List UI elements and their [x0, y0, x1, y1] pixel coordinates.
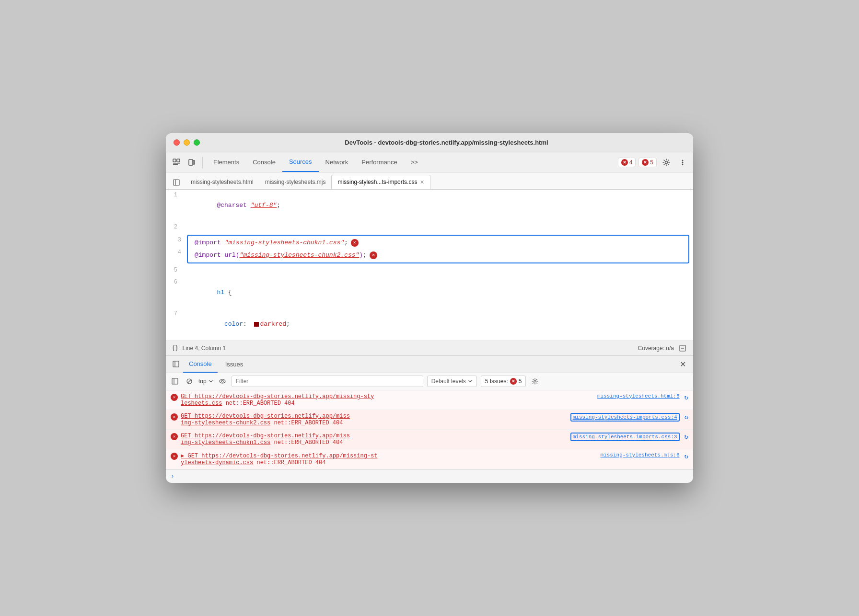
file-tab-html[interactable]: missing-stylesheets.html — [185, 175, 259, 189]
code-line-7: 7 color: darkred; — [166, 308, 693, 340]
svg-point-6 — [665, 161, 668, 163]
console-message-2: ✕ GET https://devtools-dbg-stories.netli… — [166, 410, 693, 430]
svg-point-7 — [682, 160, 684, 161]
code-line-1: 1 @charset "utf-8"; — [166, 190, 693, 221]
status-bar-right: Coverage: n/a — [638, 343, 687, 353]
minimize-button[interactable] — [184, 139, 190, 146]
error-icon-msg1: ✕ — [171, 394, 178, 401]
window-title: DevTools - devtools-dbg-stories.netlify.… — [208, 139, 685, 146]
source-link-msg1[interactable]: missing-stylesheets.html:5 — [597, 393, 680, 399]
console-settings-icon[interactable] — [530, 376, 540, 387]
close-button[interactable] — [174, 139, 180, 146]
levels-dropdown[interactable]: Default levels — [427, 376, 477, 387]
error-circle-line3: ✕ — [351, 239, 359, 247]
eye-icon[interactable] — [217, 376, 228, 387]
error-icon-2: ✕ — [642, 159, 649, 166]
reload-icon-msg1[interactable]: ↻ — [685, 393, 688, 401]
reload-icon-msg3[interactable]: ↻ — [685, 433, 688, 441]
error-icon-1: ✕ — [621, 159, 628, 166]
svg-rect-2 — [173, 164, 178, 165]
console-message-3: ✕ GET https://devtools-dbg-stories.netli… — [166, 430, 693, 449]
maximize-button[interactable] — [194, 139, 200, 146]
svg-point-21 — [221, 380, 223, 382]
tab-network[interactable]: Network — [319, 152, 355, 172]
file-tabs: missing-stylesheets.html missing-stylesh… — [166, 172, 693, 190]
console-message-4: ✕ ▶ GET https://devtools-dbg-stories.net… — [166, 449, 693, 469]
tab-navigation: Elements Console Sources Network Perform… — [207, 152, 616, 172]
source-link-msg2[interactable]: missing-stylesheets-imports.css:4 — [570, 413, 680, 422]
issues-error-icon: ✕ — [510, 378, 517, 385]
svg-point-20 — [220, 379, 225, 383]
cursor-position: Line 4, Column 1 — [182, 345, 226, 352]
svg-point-9 — [682, 163, 684, 165]
tab-more[interactable]: >> — [404, 152, 425, 172]
console-input-line: › — [166, 469, 693, 483]
toolbar-separator — [202, 157, 203, 168]
coverage-icon[interactable] — [678, 343, 687, 353]
console-filter-input[interactable] — [232, 376, 423, 387]
svg-rect-0 — [173, 159, 176, 162]
error-badge-1[interactable]: ✕ 4 — [618, 158, 636, 167]
file-tab-close-icon[interactable]: ✕ — [420, 179, 424, 185]
code-line-2: 2 — [166, 222, 693, 234]
tab-console-panel[interactable]: Console — [183, 356, 218, 373]
svg-rect-4 — [189, 160, 193, 165]
tab-console[interactable]: Console — [246, 152, 282, 172]
titlebar: DevTools - devtools-dbg-stories.netlify.… — [166, 133, 693, 152]
file-tab-mjs[interactable]: missing-stylesheets.mjs — [259, 175, 332, 189]
close-console-icon[interactable]: ✕ — [677, 358, 688, 370]
menu-icon[interactable] — [676, 156, 689, 169]
source-link-msg3[interactable]: missing-stylesheets-imports.css:3 — [570, 433, 680, 441]
console-filters: top Default levels 5 Issues: ✕ 5 — [166, 373, 693, 390]
svg-line-19 — [187, 379, 191, 383]
status-bar: {} Line 4, Column 1 Coverage: n/a — [166, 341, 693, 356]
traffic-lights — [174, 139, 200, 146]
tab-elements[interactable]: Elements — [207, 152, 246, 172]
settings-icon[interactable] — [660, 156, 673, 169]
console-message-1: ✕ GET https://devtools-dbg-stories.netli… — [166, 390, 693, 410]
drawer-toggle-icon[interactable] — [171, 359, 181, 369]
source-link-msg4[interactable]: missing-stylesheets.mjs:6 — [601, 452, 680, 458]
error-circle-line4: ✕ — [370, 251, 377, 259]
reload-icon-msg4[interactable]: ↻ — [685, 452, 688, 460]
reload-icon-msg2[interactable]: ↻ — [685, 413, 688, 421]
file-tab-css[interactable]: missing-stylesh...ts-imports.css ✕ — [331, 175, 430, 189]
code-line-5: 5 — [166, 265, 693, 277]
devtools-toolbar: Elements Console Sources Network Perform… — [166, 152, 693, 172]
issues-count-badge[interactable]: 5 Issues: ✕ 5 — [481, 376, 526, 387]
svg-point-22 — [534, 380, 536, 382]
tab-sources[interactable]: Sources — [282, 152, 319, 172]
status-bar-left: {} Line 4, Column 1 — [172, 345, 226, 352]
sidebar-toggle-icon[interactable] — [170, 176, 183, 189]
format-icon[interactable]: {} — [172, 345, 178, 352]
levels-chevron-icon — [468, 379, 473, 384]
svg-rect-5 — [193, 160, 195, 164]
console-prompt-icon: › — [171, 473, 174, 480]
svg-rect-1 — [173, 163, 180, 164]
toolbar-right: ✕ 4 ✕ 5 — [618, 156, 689, 169]
code-line-4: @import url( "missing-stylesheets-chunk2… — [191, 249, 685, 262]
devtools-window: DevTools - devtools-dbg-stories.netlify.… — [166, 133, 693, 483]
error-badge-2[interactable]: ✕ 5 — [638, 158, 657, 167]
error-icon-msg3: ✕ — [171, 433, 178, 440]
console-messages: ✕ GET https://devtools-dbg-stories.netli… — [166, 390, 693, 483]
device-icon[interactable] — [185, 156, 198, 169]
color-swatch[interactable] — [254, 322, 259, 327]
code-line-6: 6 h1 { — [166, 277, 693, 308]
svg-rect-3 — [177, 159, 180, 162]
console-toolbar: Console Issues ✕ — [166, 356, 693, 373]
error-icon-msg2: ✕ — [171, 413, 178, 421]
inspector-icon[interactable] — [170, 156, 183, 169]
svg-rect-14 — [173, 361, 179, 367]
code-line-3: @import "missing-stylesheets-chukn1.css"… — [191, 237, 685, 249]
code-editor: 1 @charset "utf-8"; 2 3 4 @import — [166, 190, 693, 341]
sidebar-toggle-console-icon[interactable] — [170, 376, 180, 387]
error-icon-msg4: ✕ — [171, 453, 178, 460]
tab-issues-panel[interactable]: Issues — [220, 356, 249, 373]
top-context-selector[interactable]: top — [198, 378, 213, 385]
clear-console-icon[interactable] — [184, 376, 195, 387]
chevron-down-icon — [209, 379, 213, 384]
tab-performance[interactable]: Performance — [355, 152, 404, 172]
coverage-label: Coverage: n/a — [638, 345, 674, 352]
svg-rect-10 — [174, 180, 179, 185]
